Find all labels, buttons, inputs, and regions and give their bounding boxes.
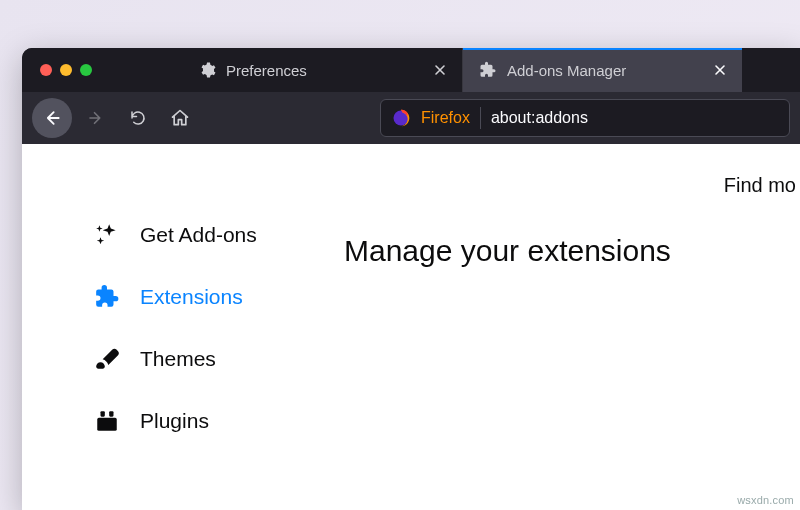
svg-rect-3	[109, 411, 113, 416]
puzzle-piece-icon	[92, 284, 122, 310]
url-bar[interactable]: Firefox about:addons	[380, 99, 790, 137]
sidebar-item-label: Extensions	[140, 285, 243, 309]
zoom-window-button[interactable]	[80, 64, 92, 76]
urlbar-separator	[480, 107, 481, 129]
sidebar-item-label: Themes	[140, 347, 216, 371]
sidebar-item-get-addons[interactable]: Get Add-ons	[92, 204, 344, 266]
svg-rect-1	[97, 418, 117, 431]
forward-button[interactable]	[78, 100, 114, 136]
paintbrush-icon	[92, 346, 122, 372]
sidebar-item-themes[interactable]: Themes	[92, 328, 344, 390]
find-more-addons-link[interactable]: Find mo	[724, 174, 800, 197]
back-button[interactable]	[32, 98, 72, 138]
tab-strip: Preferences Add-ons Manager	[182, 48, 800, 92]
svg-rect-2	[101, 411, 105, 416]
tab-preferences[interactable]: Preferences	[182, 48, 462, 92]
close-tab-icon[interactable]	[710, 60, 730, 80]
gear-icon	[198, 61, 216, 79]
main-panel: Find mo Manage your extensions	[344, 144, 800, 510]
sidebar-item-plugins[interactable]: Plugins	[92, 390, 344, 452]
page-heading: Manage your extensions	[344, 234, 800, 268]
plugin-block-icon	[92, 408, 122, 434]
sidebar-item-label: Get Add-ons	[140, 223, 257, 247]
puzzle-piece-icon	[479, 61, 497, 79]
url-address: about:addons	[491, 109, 588, 127]
reload-button[interactable]	[120, 100, 156, 136]
identity-label: Firefox	[421, 109, 470, 127]
tab-label: Preferences	[226, 62, 420, 79]
watermark: wsxdn.com	[737, 494, 794, 506]
sidebar: Get Add-ons Extensions Themes	[22, 144, 344, 510]
sidebar-item-extensions[interactable]: Extensions	[92, 266, 344, 328]
minimize-window-button[interactable]	[60, 64, 72, 76]
titlebar: Preferences Add-ons Manager	[22, 48, 800, 92]
close-tab-icon[interactable]	[430, 60, 450, 80]
window-controls	[22, 48, 182, 92]
tab-label: Add-ons Manager	[507, 62, 700, 79]
close-window-button[interactable]	[40, 64, 52, 76]
firefox-logo-icon	[391, 108, 411, 128]
tab-addons-manager[interactable]: Add-ons Manager	[462, 48, 742, 92]
browser-window: Preferences Add-ons Manager	[22, 48, 800, 510]
home-button[interactable]	[162, 100, 198, 136]
content-area: Get Add-ons Extensions Themes	[22, 144, 800, 510]
sparkle-icon	[92, 222, 122, 248]
nav-toolbar: Firefox about:addons	[22, 92, 800, 144]
sidebar-item-label: Plugins	[140, 409, 209, 433]
